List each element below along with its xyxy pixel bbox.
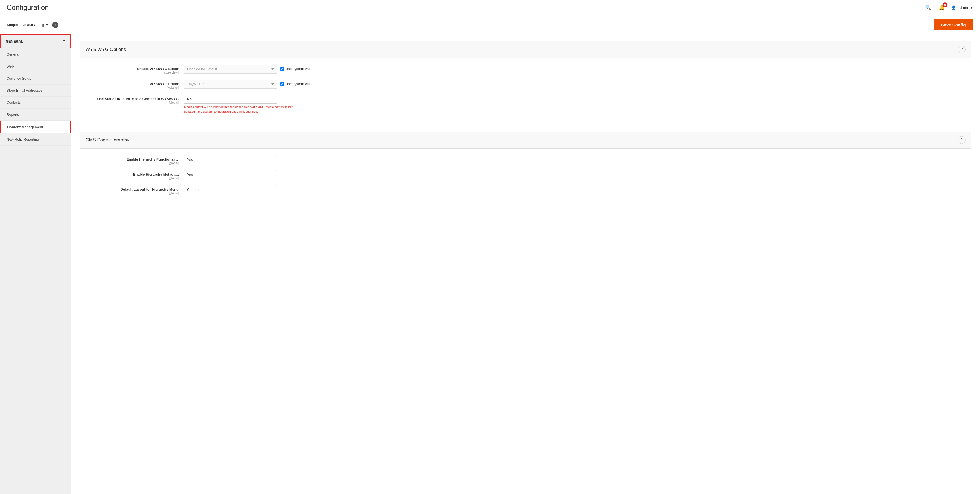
cms-hierarchy-section-header[interactable]: CMS Page Hierarchy ⌃ [80,132,971,148]
sidebar-item-web[interactable]: Web [0,61,71,72]
enable-hierarchy-select[interactable]: Yes No [184,155,277,164]
cms-hierarchy-section-toggle[interactable]: ⌃ [958,136,966,144]
enable-hierarchy-metadata-label-col: Enable Hierarchy Metadata [global] [86,170,184,180]
cms-hierarchy-section-title: CMS Page Hierarchy [86,137,129,143]
wysiwyg-editor-control: TinyMCE 4 TinyMCE 3 Use system value [184,80,966,89]
sidebar-item-general[interactable]: General [0,48,71,61]
cms-hierarchy-section-panel: CMS Page Hierarchy ⌃ Enable Hierarchy Fu… [80,132,971,207]
static-urls-select[interactable]: No Yes [184,95,277,104]
search-icon: 🔍 [925,5,931,10]
default-layout-label-col: Default Layout for Hierarchy Menu [globa… [86,185,184,195]
enable-hierarchy-metadata-control: Yes No [184,170,966,179]
wysiwyg-editor-label: WYSIWYG Editor [86,82,178,86]
sidebar-item-label: Store Email Addresses [6,88,43,92]
sidebar-item-label: Currency Setup [6,76,31,80]
default-layout-select[interactable]: Content Left Column Right Column [184,185,277,194]
enable-hierarchy-label: Enable Hierarchy Functionality [86,157,178,161]
wysiwyg-section-body: Enable WYSIWYG Editor [store view] Enabl… [80,58,971,126]
sidebar-section-general[interactable]: GENERAL ⌃ [0,35,71,48]
sidebar-item-label: Contacts [6,100,21,105]
search-button[interactable]: 🔍 [924,3,932,12]
sidebar-item-new-relic-reporting[interactable]: New Relic Reporting [0,134,71,145]
wysiwyg-editor-select[interactable]: TinyMCE 4 TinyMCE 3 [184,80,277,89]
wysiwyg-section-toggle[interactable]: ⌃ [958,46,966,53]
sidebar: GENERAL ⌃ General Web Currency Setup Sto… [0,35,71,494]
static-urls-scope: [global] [86,101,178,104]
enable-hierarchy-metadata-select[interactable]: Yes No [184,170,277,179]
static-urls-label: Use Static URLs for Media Content in WYS… [86,97,178,101]
enable-wysiwyg-system-value-checkbox[interactable] [280,67,284,71]
top-header: Configuration 🔍 🔔 39 👤 admin ▼ [0,0,980,15]
sidebar-item-label: New Relic Reporting [6,137,39,142]
enable-wysiwyg-system-value-label[interactable]: Use system value [280,65,313,71]
scope-bar: Scope: Default Config ▼ ? Save Config [0,15,980,35]
sidebar-item-label: General [6,52,19,56]
wysiwyg-editor-row: WYSIWYG Editor [website] TinyMCE 4 TinyM… [86,80,966,89]
use-system-value-text: Use system value [285,67,313,71]
static-urls-note: Media content will be inserted into the … [184,105,293,114]
collapse-icon: ⌃ [960,46,964,53]
main-content: GENERAL ⌃ General Web Currency Setup Sto… [0,35,980,494]
user-icon: 👤 [951,5,956,10]
wysiwyg-section-panel: WYSIWYG Options ⌃ Enable WYSIWYG Editor … [80,41,971,126]
enable-wysiwyg-label-col: Enable WYSIWYG Editor [store view] [86,65,184,74]
scope-label: Scope: [6,23,18,27]
scope-left: Scope: Default Config ▼ ? [6,22,58,28]
default-layout-label: Default Layout for Hierarchy Menu [86,187,178,191]
wysiwyg-editor-label-col: WYSIWYG Editor [website] [86,80,184,89]
default-layout-row: Default Layout for Hierarchy Menu [globa… [86,185,966,195]
enable-wysiwyg-scope: [store view] [86,71,178,74]
sidebar-item-currency-setup[interactable]: Currency Setup [0,72,71,84]
wysiwyg-editor-system-value-label[interactable]: Use system value [280,80,313,86]
help-question-mark: ? [54,23,56,27]
wysiwyg-editor-system-value-checkbox[interactable] [280,82,284,86]
sidebar-item-content-management[interactable]: Content Management [0,121,71,134]
sidebar-item-label: Content Management [7,125,43,129]
sidebar-item-label: Reports [6,112,19,116]
use-system-value-text: Use system value [285,82,313,86]
scope-value: Default Config [22,23,44,27]
enable-hierarchy-control: Yes No [184,155,966,164]
help-icon-button[interactable]: ? [52,22,58,28]
enable-hierarchy-metadata-row: Enable Hierarchy Metadata [global] Yes N… [86,170,966,180]
app-wrapper: Configuration 🔍 🔔 39 👤 admin ▼ Scope: De… [0,0,980,494]
header-right: 🔍 🔔 39 👤 admin ▼ [924,3,974,12]
default-layout-scope: [global] [86,191,178,195]
sidebar-item-label: Web [6,64,14,69]
enable-wysiwyg-select[interactable]: Enabled by Default Disabled Completely D… [184,65,277,73]
user-menu-button[interactable]: 👤 admin ▼ [951,5,974,10]
notification-button[interactable]: 🔔 39 [938,3,946,12]
content-area: WYSIWYG Options ⌃ Enable WYSIWYG Editor … [71,35,980,494]
static-urls-control: No Yes Media content will be inserted in… [184,95,966,114]
enable-hierarchy-metadata-label: Enable Hierarchy Metadata [86,172,178,177]
user-menu-chevron-icon: ▼ [970,5,974,10]
wysiwyg-section-title: WYSIWYG Options [86,47,126,52]
enable-hierarchy-metadata-scope: [global] [86,177,178,180]
cms-hierarchy-section-body: Enable Hierarchy Functionality [global] … [80,148,971,207]
static-urls-label-col: Use Static URLs for Media Content in WYS… [86,95,184,104]
user-name: admin [958,5,968,10]
sidebar-item-contacts[interactable]: Contacts [0,97,71,108]
enable-wysiwyg-label: Enable WYSIWYG Editor [86,67,178,71]
sidebar-item-reports[interactable]: Reports [0,108,71,121]
sidebar-item-store-email-addresses[interactable]: Store Email Addresses [0,84,71,97]
static-urls-control-col: No Yes Media content will be inserted in… [184,95,293,114]
enable-wysiwyg-control: Enabled by Default Disabled Completely D… [184,65,966,73]
enable-hierarchy-row: Enable Hierarchy Functionality [global] … [86,155,966,165]
sidebar-section-chevron-icon: ⌃ [62,39,65,43]
sidebar-section-label: GENERAL [6,39,23,43]
enable-hierarchy-scope: [global] [86,161,178,165]
scope-chevron-icon: ▼ [45,23,49,27]
wysiwyg-section-header[interactable]: WYSIWYG Options ⌃ [80,41,971,58]
enable-hierarchy-label-col: Enable Hierarchy Functionality [global] [86,155,184,165]
notification-badge: 39 [943,2,947,7]
save-config-button[interactable]: Save Config [934,19,974,30]
page-title: Configuration [6,3,49,12]
static-urls-row: Use Static URLs for Media Content in WYS… [86,95,966,114]
collapse-icon: ⌃ [960,137,964,143]
enable-wysiwyg-row: Enable WYSIWYG Editor [store view] Enabl… [86,65,966,74]
default-layout-control: Content Left Column Right Column [184,185,966,194]
wysiwyg-editor-scope: [website] [86,86,178,89]
scope-select-button[interactable]: Default Config ▼ [22,23,49,27]
